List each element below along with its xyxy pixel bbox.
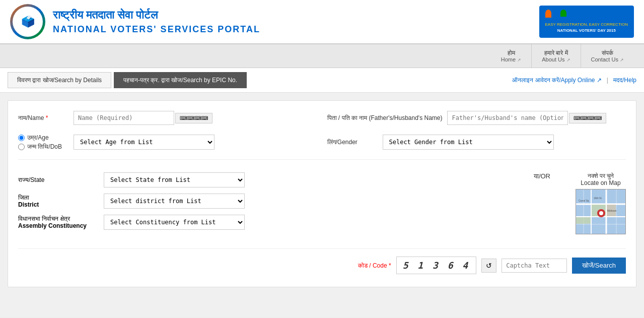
logo-emblem-icon: 🗳️ — [21, 15, 35, 28]
tab-search-epic[interactable]: पहचान-पत्र क्र. द्वारा खोज/Search by EPI… — [114, 72, 247, 88]
nav-home[interactable]: होम Home ↗ — [491, 44, 532, 68]
header-left: 🗳️ राष्ट्रीय मतदाता सेवा पोर्टल NATIONAL… — [10, 4, 260, 39]
name-row: नाम/Name * ⌨⌨⌨⌨ पिता / पति का नाम (Fathe… — [18, 111, 626, 125]
portal-title-hindi: राष्ट्रीय मतदाता सेवा पोर्टल — [53, 8, 260, 23]
main-content: नाम/Name * ⌨⌨⌨⌨ पिता / पति का नाम (Fathe… — [0, 93, 644, 295]
svg-text:19th St: 19th St — [594, 197, 602, 200]
captcha-input[interactable] — [502, 259, 567, 273]
or-section: या/OR — [524, 172, 560, 180]
election-commission-logo: 🗳️ — [10, 4, 45, 39]
tab-bar: विवरण द्वारा खोज/Search by Details पहचान… — [0, 68, 644, 93]
portal-title-eng: NATIONAL VOTERS' SERVICES PORTAL — [53, 23, 260, 36]
captcha-label: कोड / Code * — [358, 262, 391, 269]
nvd-logo: EASY REGISTRATION, EASY CORRECTION NATIO… — [539, 6, 634, 38]
father-input-group: ⌨⌨⌨⌨ — [447, 111, 606, 125]
dob-radio-label[interactable]: जन्म तिथि/DoB — [18, 143, 68, 150]
search-form-card: नाम/Name * ⌨⌨⌨⌨ पिता / पति का नाम (Fathe… — [8, 100, 636, 287]
map-label: नक्शे पर चुने Locate on Map — [581, 172, 620, 186]
map-thumbnail[interactable]: Canal Sq 19th St Midtown — [576, 189, 626, 234]
age-dob-radio-group: उम्र/Age जन्म तिथि/DoB — [18, 134, 68, 150]
portal-title: राष्ट्रीय मतदाता सेवा पोर्टल NATIONAL VO… — [53, 8, 260, 36]
name-input-group: ⌨⌨⌨⌨ — [74, 111, 212, 125]
age-radio-label[interactable]: उम्र/Age — [18, 134, 68, 141]
nvd-day: NATIONAL VOTERS' DAY 2015 — [545, 28, 628, 34]
navigation-bar: होम Home ↗ हमारे बारे में About Us ↗ संप… — [0, 44, 644, 68]
svg-point-12 — [599, 211, 603, 215]
location-section: राज्य/State Select State from List जिला … — [18, 165, 626, 243]
search-tabs: विवरण द्वारा खोज/Search by Details पहचान… — [8, 72, 247, 88]
nav-about[interactable]: हमारे बारे में About Us ↗ — [532, 44, 581, 68]
name-group: नाम/Name * ⌨⌨⌨⌨ — [18, 111, 317, 125]
state-select[interactable]: Select State from List — [104, 172, 245, 187]
name-label: नाम/Name * — [18, 114, 68, 121]
captcha-image: 5 1 3 6 4 — [396, 257, 477, 274]
tab-search-details[interactable]: विवरण द्वारा खोज/Search by Details — [8, 72, 111, 88]
state-label: राज्य/State — [18, 176, 99, 183]
separator: | — [607, 77, 608, 84]
age-gender-row: उम्र/Age जन्म तिथि/DoB Select Age from L… — [18, 134, 626, 150]
father-keyboard-button[interactable]: ⌨⌨⌨⌨ — [569, 113, 606, 123]
svg-text:Midtown: Midtown — [607, 209, 617, 212]
age-label: उम्र/Age जन्म तिथि/DoB — [18, 134, 68, 150]
constituency-select[interactable]: Select Constituency from List — [104, 215, 245, 230]
nav-contact[interactable]: संपर्क Contact Us ↗ — [581, 44, 634, 68]
name-input[interactable] — [74, 111, 174, 125]
nvd-easy-reg: EASY REGISTRATION, EASY CORRECTION — [545, 22, 628, 28]
apply-online-link[interactable]: ऑनलाइन आवेदन करें/Apply Online ↗ — [512, 77, 601, 84]
father-input[interactable] — [447, 111, 568, 125]
father-group: पिता / पति का नाम (Father's/Husband's Na… — [327, 111, 626, 125]
search-button[interactable]: खोजें/Search — [572, 258, 626, 274]
constituency-label: विधानसभा निर्वाचन क्षेत्र Assembly Const… — [18, 215, 99, 229]
location-fields: राज्य/State Select State from List जिला … — [18, 172, 509, 236]
form-divider — [18, 159, 626, 160]
age-radio[interactable] — [18, 135, 25, 141]
captcha-row: कोड / Code * 5 1 3 6 4 ↺ खोजें/Search — [18, 248, 626, 277]
father-label: पिता / पति का नाम (Father's/Husband's Na… — [327, 114, 443, 121]
svg-rect-10 — [576, 217, 591, 224]
gender-group: लिंग/Gender Select Gender from List — [327, 135, 626, 150]
svg-text:Canal Sq: Canal Sq — [579, 199, 589, 202]
dob-radio[interactable] — [18, 144, 25, 150]
tab-right-links: ऑनलाइन आवेदन करें/Apply Online ↗ | मदद/H… — [512, 77, 636, 84]
header-right: EASY REGISTRATION, EASY CORRECTION NATIO… — [539, 6, 634, 38]
name-keyboard-button[interactable]: ⌨⌨⌨⌨ — [175, 113, 212, 123]
state-row: राज्य/State Select State from List — [18, 172, 509, 187]
age-group: उम्र/Age जन्म तिथि/DoB Select Age from L… — [18, 134, 317, 150]
district-select[interactable]: Select district from List — [104, 194, 245, 209]
map-section: नक्शे पर चुने Locate on Map — [576, 172, 626, 234]
gender-label: लिंग/Gender — [327, 139, 378, 146]
help-link[interactable]: मदद/Help — [613, 77, 636, 84]
age-select[interactable]: Select Age from List — [74, 135, 214, 150]
constituency-row: विधानसभा निर्वाचन क्षेत्र Assembly Const… — [18, 215, 509, 230]
captcha-refresh-button[interactable]: ↺ — [481, 259, 496, 273]
site-header: 🗳️ राष्ट्रीय मतदाता सेवा पोर्टल NATIONAL… — [0, 0, 644, 44]
district-row: जिला District Select district from List — [18, 194, 509, 209]
district-label: जिला District — [18, 194, 99, 208]
gender-select[interactable]: Select Gender from List — [383, 135, 554, 150]
map-svg: Canal Sq 19th St Midtown — [576, 189, 625, 234]
